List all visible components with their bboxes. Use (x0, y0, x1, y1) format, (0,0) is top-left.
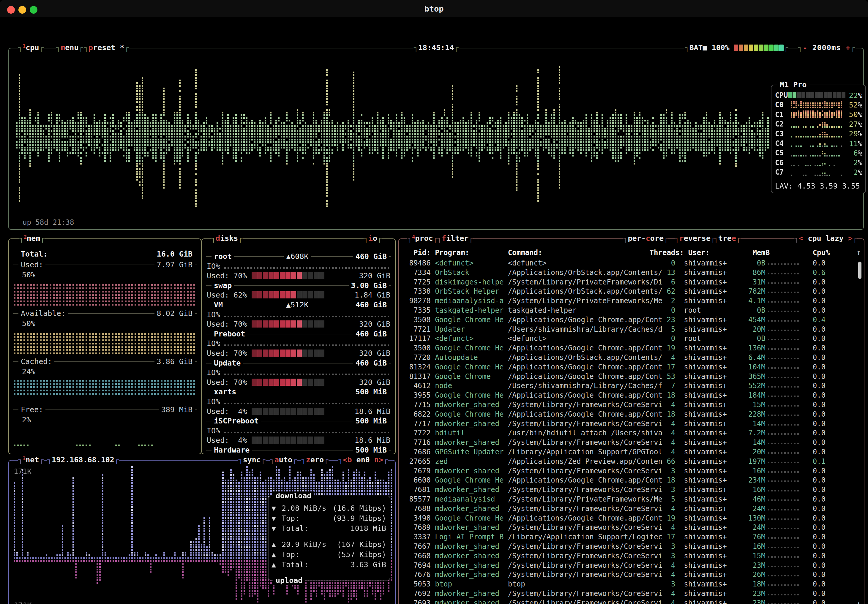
process-row-89486[interactable]: 89486 <defunct> <defunct> 0 shivammis+ 0… (405, 259, 852, 268)
disk-io-row: IO% (207, 262, 391, 271)
process-row-3337[interactable]: 3337 Logi AI Prompt B /Library/Applicati… (405, 533, 852, 542)
sort-column-selector[interactable]: < cpu lazy > (794, 234, 857, 243)
upload-stat-row: ▲Total:3.63 GiB (271, 561, 386, 570)
zero-toggle[interactable]: zero (301, 455, 329, 465)
scroll-up-icon[interactable]: ↑ (856, 248, 861, 257)
process-row-7686[interactable]: 7686 GPGSuite_Updater /Library/Applicati… (405, 448, 852, 457)
menu-button[interactable]: menu (56, 43, 83, 52)
network-panel-title[interactable]: 3net (18, 455, 44, 465)
process-row-7338[interactable]: 7338 OrbStack Helper /Applications/OrbSt… (405, 287, 852, 296)
disk-io-row: IO% (207, 310, 391, 319)
process-panel-title[interactable]: 4proc (407, 234, 438, 243)
process-row-4612[interactable]: 4612 node /Users/shivammishra/Library/Ca… (405, 381, 852, 391)
process-row-7716[interactable]: 7716 mdworker_shared /System/Library/Fra… (405, 438, 852, 448)
interval-decrease-button[interactable]: - (803, 43, 808, 52)
cpu-core-panel: M1 Pro CPU22%C052%C150%C227%C329%C411%C5… (771, 85, 866, 193)
reverse-toggle[interactable]: reverse (674, 234, 716, 243)
process-row-85577[interactable]: 85577 mediaanalysisd /System/Library/Pri… (405, 495, 852, 504)
process-row-7688[interactable]: 7688 mdworker_shared /System/Library/Fra… (405, 504, 852, 514)
process-row-7692[interactable]: 7692 mdworker_shared /System/Library/Fra… (405, 589, 852, 599)
cpu-panel-title[interactable]: 1cpu (18, 43, 44, 52)
process-row-7676[interactable]: 7676 mdworker_shared /System/Library/Fra… (405, 570, 852, 580)
process-row-3508[interactable]: 3508 Google Chrome He /Applications/Goog… (405, 315, 852, 325)
mem-row-cached: Cached:3.86 GiB (13, 357, 197, 366)
upload-scale-label: 171K (14, 601, 31, 604)
process-row-7722[interactable]: 7722 hdiutil /usr/bin/hdiutil attach /Us… (405, 429, 852, 438)
process-row-6600[interactable]: 6600 Google Chrome He /Applications/Goog… (405, 476, 852, 485)
disk-row-iscpreboot: iSCPreboot500 MiB (206, 417, 391, 426)
process-row-5053[interactable]: 5053 btop btop 3 shivammis+ 18M 0.0 (405, 580, 852, 589)
mem-graph (14, 443, 197, 447)
process-row-7693[interactable]: 7693 mdworker_shared /System/Library/Fra… (405, 599, 852, 604)
auto-toggle[interactable]: auto (270, 455, 297, 465)
process-row-7720[interactable]: 7720 Autoupdate /Applications/OrbStack.a… (405, 353, 852, 362)
titlebar: btop (0, 0, 868, 17)
process-table: 89486 <defunct> <defunct> 0 shivammis+ 0… (405, 259, 852, 604)
process-row-81317[interactable]: 81317 Google Chrome /Applications/Google… (405, 372, 852, 382)
filter-button[interactable]: filter (437, 234, 473, 243)
disk-used-row: Used:70%320 GiB (207, 378, 391, 387)
process-row-6822[interactable]: 6822 Google Chrome He /Applications/Goog… (405, 410, 852, 419)
scroll-down-icon[interactable]: ↓ (856, 599, 861, 604)
download-stat-row: ▼Total:1018 MiB (271, 524, 386, 534)
mem-pct: 50% (22, 271, 36, 279)
core-row-c7: C72% (775, 167, 862, 177)
interval-increase-button[interactable]: + (846, 43, 851, 52)
core-row-cpu: CPU22% (775, 91, 862, 100)
disk-row-update: Update460 GiB (206, 359, 391, 368)
tree-toggle[interactable]: tree (713, 234, 741, 243)
disk-used-row: Used:4%18.6 MiB (207, 436, 391, 445)
disks-panel: disks io root▲608K460 GiBIO%Used:70%320 … (202, 239, 396, 454)
mem-pct: 50% (22, 319, 36, 328)
upload-label: upload (273, 576, 305, 585)
sort-prev-button[interactable]: < (799, 234, 803, 243)
mem-row-available: Available:8.02 GiB (13, 309, 197, 318)
process-row-7334[interactable]: 7334 OrbStack /Applications/OrbStack.app… (405, 268, 852, 278)
disk-used-row: Used:4%18.6 MiB (207, 407, 391, 416)
disk-row-hardware: Hardware500 MiB (206, 446, 391, 455)
process-row-7681[interactable]: 7681 mdworker_shared /System/Library/Fra… (405, 485, 852, 495)
process-row-7721[interactable]: 7721 Updater /Users/shivammishra/Library… (405, 325, 852, 335)
process-row-7335[interactable]: 7335 taskgated-helper taskgated-helper 0… (405, 306, 852, 315)
process-row-3498[interactable]: 3498 Google Chrome He /Applications/Goog… (405, 514, 852, 523)
sync-toggle[interactable]: sync (238, 455, 265, 465)
process-row-7679[interactable]: 7679 mdworker_shared /System/Library/Fra… (405, 466, 852, 476)
update-interval: - 2000ms + (798, 43, 856, 52)
process-row-3500[interactable]: 3500 Google Chrome He /Applications/Goog… (405, 344, 852, 353)
disks-panel-title[interactable]: disks (211, 234, 243, 243)
mem-graph (14, 332, 197, 354)
scrollbar-thumb[interactable] (858, 262, 862, 279)
interface-prev-button[interactable]: <b (343, 455, 352, 465)
process-row-7717[interactable]: 7717 mdworker_shared /System/Library/Fra… (405, 419, 852, 429)
per-core-toggle[interactable]: per-core (623, 234, 668, 243)
process-row-7694[interactable]: 7694 mdworker_shared /System/Library/Fra… (405, 561, 852, 570)
sort-next-button[interactable]: > (848, 234, 852, 243)
disk-io-row: IO% (207, 368, 391, 377)
mem-row-free: Free:389 MiB (13, 405, 197, 414)
process-row-27665[interactable]: 27665 zed /Applications/Zed Preview.app/… (405, 457, 852, 466)
interface-next-button[interactable]: n> (374, 455, 383, 465)
preset-button[interactable]: preset * (84, 43, 129, 52)
process-row-7667[interactable]: 7667 mdworker_shared /System/Library/Fra… (405, 542, 852, 551)
interface-switcher[interactable]: <b en0 n> (338, 455, 388, 465)
core-row-c2: C227% (775, 119, 862, 129)
process-row-17117[interactable]: 17117 <defunct> <defunct> 0 root 0B 0.0 (405, 334, 852, 344)
uptime-text: up 58d 21:38 (23, 218, 74, 226)
download-stat-row: ▼Top:(93.9 Mibps) (271, 514, 386, 523)
process-row-7689[interactable]: 7689 mdworker_shared /System/Library/Fra… (405, 523, 852, 533)
process-row-7715[interactable]: 7715 mdworker_shared /System/Library/Fra… (405, 400, 852, 410)
memory-panel-title[interactable]: 2mem (19, 234, 45, 243)
io-mode-button[interactable]: io (364, 234, 382, 243)
upload-stat-row: ▲Top:(557 Kibps) (271, 550, 386, 560)
upload-stat-row: ▲20.9 KiB/s(167 Kibps) (271, 540, 386, 550)
process-table-header: Pid: Program: Command: Threads: User: Me… (405, 249, 852, 257)
process-row-81324[interactable]: 81324 Google Chrome He /Applications/Goo… (405, 362, 852, 372)
cpu-panel: 1cpu menu preset * 18:45:14 BAT■ 100% - … (8, 48, 864, 230)
ip-address: 192.168.68.102 (47, 455, 119, 465)
process-row-98278[interactable]: 98278 mediaanalysisd-a /System/Library/P… (405, 296, 852, 306)
process-row-7668[interactable]: 7668 mdworker_shared /System/Library/Fra… (405, 551, 852, 561)
mem-row-total: Total:16.0 GiB (13, 250, 197, 259)
process-row-7725[interactable]: 7725 diskimages-helpe /System/Library/Pr… (405, 278, 852, 287)
process-row-3955[interactable]: 3955 Google Chrome He /Applications/Goog… (405, 391, 852, 400)
network-details-panel: download ▼2.08 MiB/s(16.6 Mibps)▼Top:(93… (268, 496, 390, 581)
